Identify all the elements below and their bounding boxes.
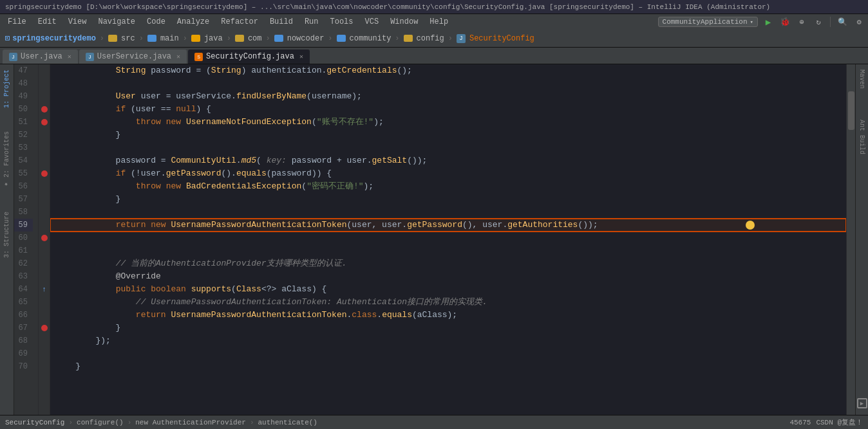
code-line-50: if (user == null) { [50, 103, 846, 116]
status-line-col: 45675 [789, 419, 811, 426]
tab-userservice-close[interactable]: ✕ [176, 53, 180, 60]
gutter-56 [39, 180, 50, 193]
code-line-54: password = CommunityUtil.md5( key: passw… [50, 154, 846, 167]
ant-build-label[interactable]: Ant Build [857, 117, 867, 157]
gutter-58 [39, 206, 50, 219]
tab-securityconfig-close[interactable]: ✕ [299, 53, 303, 60]
settings-button[interactable]: ⚙ [853, 15, 865, 28]
menu-vcs[interactable]: VCS [360, 16, 384, 28]
folder-community-icon [337, 35, 346, 42]
folder-main-icon [147, 35, 156, 42]
code-content[interactable]: String password = (String) authenticatio… [50, 64, 846, 415]
gutter-69 [39, 347, 50, 360]
code-line-70: } [50, 360, 846, 373]
menu-analyze[interactable]: Analyze [172, 16, 214, 28]
nav-com[interactable]: com [248, 34, 262, 43]
nav-securityconfig[interactable]: SecurityConfig [469, 34, 534, 43]
folder-src-icon [108, 35, 117, 42]
breadcrumb-new-auth-provider[interactable]: new AuthenticationProvider [135, 419, 246, 426]
menu-window[interactable]: Window [385, 16, 423, 28]
code-line-59: return new UsernamePasswordAuthenticatio… [50, 219, 846, 232]
nav-main[interactable]: main [160, 34, 179, 43]
status-csdn: CSDN @复盘！ [816, 417, 863, 427]
nav-sep-7: › [395, 34, 399, 43]
debug-button[interactable]: 🐞 [778, 15, 791, 28]
nav-nowcoder[interactable]: nowcoder [287, 34, 325, 43]
breadcrumb-authenticate[interactable]: authenticate() [258, 419, 317, 426]
tab-userservice-label: UserService.java [97, 52, 171, 61]
code-line-63: @Override [50, 270, 846, 283]
run-config-selector[interactable]: CommunityApplication ▾ [658, 17, 758, 27]
tab-user-java-close[interactable]: ✕ [68, 53, 71, 60]
run-button[interactable]: ▶ [762, 15, 775, 28]
breakpoint-67[interactable] [41, 325, 48, 331]
nav-config[interactable]: config [417, 34, 444, 43]
gutter-67 [39, 322, 50, 334]
tab-securityconfig-java[interactable]: S SecurityConfig.java ✕ [188, 50, 310, 64]
menu-tools[interactable]: Tools [325, 16, 359, 28]
gutter-66 [39, 309, 50, 322]
tab-userservice-java[interactable]: J UserService.java ✕ [79, 50, 187, 64]
scroll-thumb[interactable] [848, 91, 854, 130]
gutter-65 [39, 296, 50, 309]
code-line-48 [50, 77, 846, 90]
cursor-marker [746, 221, 755, 230]
menu-bar: File Edit View Navigate Code Analyze Ref… [0, 14, 868, 30]
breadcrumb-sep-2: › [127, 419, 132, 426]
breakpoint-60[interactable] [41, 235, 48, 241]
breakpoint-55[interactable] [41, 170, 48, 177]
coverage-button[interactable]: ⊕ [795, 15, 808, 28]
menu-run[interactable]: Run [299, 16, 324, 28]
nav-src[interactable]: src [121, 34, 135, 43]
project-panel-label[interactable]: 1: Project [2, 67, 12, 111]
favorites-panel-label[interactable]: ★ 2: Favorites [2, 129, 12, 191]
breakpoint-50[interactable] [41, 106, 48, 113]
toolbar-separator [830, 17, 831, 27]
tab-securityconfig-label: SecurityConfig.java [206, 52, 294, 61]
folder-com-icon [235, 35, 244, 42]
nav-project-name[interactable]: springsecuritydemo [12, 34, 96, 43]
breadcrumb-sep-3: › [250, 419, 254, 426]
menu-navigate[interactable]: Navigate [93, 16, 140, 28]
breakpoint-51[interactable] [41, 119, 48, 125]
maven-panel-label[interactable]: Maven [857, 67, 867, 91]
userservice-java-icon: J [86, 53, 94, 61]
menu-help[interactable]: Help [424, 16, 453, 28]
gutter-70 [39, 360, 50, 373]
nav-community[interactable]: community [350, 34, 392, 43]
menu-edit[interactable]: Edit [33, 16, 62, 28]
update-button[interactable]: ↻ [812, 15, 825, 28]
code-line-57: } [50, 193, 846, 206]
gutter-63 [39, 270, 50, 283]
search-everywhere-button[interactable]: 🔍 [836, 15, 849, 28]
menu-build[interactable]: Build [265, 16, 298, 28]
gutter-markers: ↑ [39, 64, 50, 415]
folder-config-icon [404, 35, 413, 42]
breadcrumb-securityconfig[interactable]: SecurityConfig [5, 419, 64, 426]
menu-file[interactable]: File [3, 16, 32, 28]
folder-java-icon [191, 35, 200, 42]
ln-62: 62 [14, 257, 33, 270]
nav-project-icon: ⊡ [5, 33, 10, 43]
gutter-47 [39, 64, 50, 77]
terminal-icon[interactable]: ▶ [857, 398, 867, 408]
status-bar-right: 45675 CSDN @复盘！ [789, 417, 863, 427]
structure-panel-label[interactable]: 3: Structure [2, 209, 12, 260]
menu-view[interactable]: View [63, 16, 92, 28]
breadcrumb-configure[interactable]: configure() [77, 419, 124, 426]
ln-48: 48 [14, 77, 33, 90]
gutter-62 [39, 257, 50, 270]
nav-java[interactable]: java [204, 34, 223, 43]
chevron-down-icon: ▾ [750, 19, 753, 26]
menu-refactor[interactable]: Refactor [216, 16, 263, 28]
gutter-60 [39, 232, 50, 244]
ln-52: 52 [14, 129, 33, 141]
menu-code[interactable]: Code [142, 16, 171, 28]
gutter-61 [39, 244, 50, 257]
gutter-51 [39, 116, 50, 129]
tab-user-java[interactable]: J User.java ✕ [3, 50, 78, 64]
right-scrollbar[interactable] [846, 64, 855, 415]
ln-68: 68 [14, 334, 33, 347]
gutter-64: ↑ [39, 283, 50, 296]
ln-47: 47 [14, 64, 33, 77]
